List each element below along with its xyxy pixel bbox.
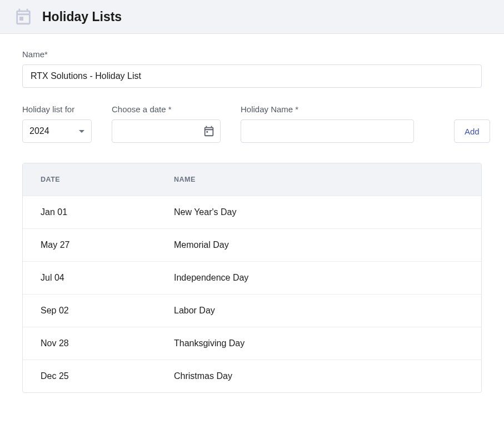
cell-date: Dec 25 (41, 371, 174, 381)
cell-name: Labor Day (174, 306, 463, 316)
holiday-table: DATE NAME Jan 01New Year's DayMay 27Memo… (22, 163, 482, 393)
name-field-group: Name* (22, 49, 482, 88)
table-row: Dec 25Christmas Day (23, 360, 481, 392)
date-input[interactable] (112, 119, 221, 143)
cell-name: Memorial Day (174, 240, 463, 250)
year-value: 2024 (29, 126, 49, 136)
column-header-date: DATE (41, 176, 174, 183)
year-label: Holiday list for (22, 104, 92, 114)
holiday-name-label: Holiday Name * (241, 104, 414, 114)
cell-date: May 27 (41, 240, 174, 250)
holiday-name-input[interactable] (241, 119, 414, 143)
table-body: Jan 01New Year's DayMay 27Memorial DayJu… (23, 196, 481, 392)
cell-name: New Year's Day (174, 207, 463, 217)
cell-name: Independence Day (174, 273, 463, 283)
table-row: Nov 28Thanksgiving Day (23, 327, 481, 360)
year-field-group: Holiday list for 2024 (22, 104, 92, 143)
year-select[interactable]: 2024 (22, 119, 92, 143)
cell-name: Christmas Day (174, 371, 463, 381)
table-header-row: DATE NAME (23, 163, 481, 196)
page-title: Holiday Lists (42, 9, 122, 24)
name-input[interactable] (22, 64, 482, 88)
cell-name: Thanksgiving Day (174, 338, 463, 348)
cell-date: Sep 02 (41, 306, 174, 316)
cell-date: Jan 01 (41, 207, 174, 217)
cell-date: Jul 04 (41, 273, 174, 283)
form-row: Holiday list for 2024 Choose a date * Ho… (22, 104, 482, 143)
table-row: Sep 02Labor Day (23, 294, 481, 327)
chevron-down-icon (79, 130, 84, 133)
date-label: Choose a date * (112, 104, 221, 114)
table-row: May 27Memorial Day (23, 228, 481, 261)
cell-date: Nov 28 (41, 338, 174, 348)
column-header-name: NAME (174, 176, 463, 183)
content-area: Name* Holiday list for 2024 Choose a dat… (0, 34, 504, 408)
calendar-icon (13, 7, 33, 27)
table-row: Jul 04Independence Day (23, 261, 481, 294)
date-input-wrap (112, 119, 221, 143)
add-button[interactable]: Add (454, 119, 490, 143)
page-header: Holiday Lists (0, 0, 504, 34)
holiday-name-field-group: Holiday Name * (241, 104, 414, 143)
date-field-group: Choose a date * (112, 104, 221, 143)
table-row: Jan 01New Year's Day (23, 196, 481, 228)
name-label: Name* (22, 49, 482, 59)
